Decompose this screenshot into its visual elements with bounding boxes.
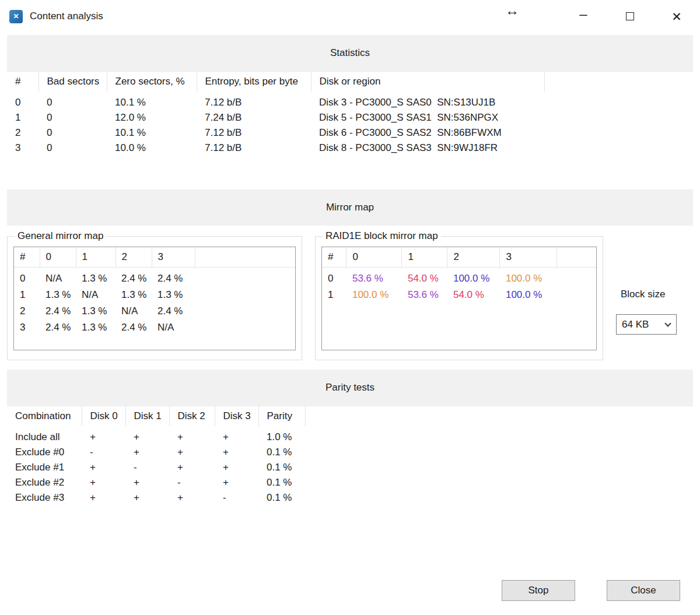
table-cell: 0.1 % <box>258 490 305 505</box>
table-cell: 2 <box>7 125 38 140</box>
table-cell: 0 <box>38 110 107 125</box>
chevron-down-icon <box>664 320 671 326</box>
table-cell: 1.3 % <box>76 303 116 319</box>
mirror-map-section-title: Mirror map <box>326 202 374 213</box>
window-title: Content analysis <box>30 10 103 22</box>
table-cell: + <box>125 490 169 505</box>
table-row: 2010.1 %7.12 b/BDisk 6 - PC3000_S SAS2 S… <box>7 125 693 140</box>
table-cell: 1.3 % <box>40 287 76 303</box>
column-header: 2 <box>116 247 152 268</box>
table-cell: Include all <box>7 426 82 445</box>
column-header: 1 <box>76 247 116 268</box>
column-header: # <box>322 247 346 268</box>
table-cell: + <box>215 426 258 445</box>
table-cell: 1 <box>322 287 346 303</box>
table-cell: 1 <box>7 110 38 125</box>
column-header: Combination <box>7 406 82 427</box>
mirror-map-section-header: Mirror map <box>7 189 693 226</box>
table-cell: 1.3 % <box>116 287 152 303</box>
table-cell: Exclude #0 <box>7 445 82 460</box>
table-header-row: CombinationDisk 0Disk 1Disk 2Disk 3Parit… <box>7 406 693 427</box>
column-header: # <box>14 247 40 268</box>
table-cell-filler <box>305 490 693 505</box>
general-mirror-map-group: General mirror map #01230N/A1.3 %2.4 %2.… <box>7 230 302 360</box>
close-dialog-button[interactable]: Close <box>607 580 680 601</box>
block-size-select[interactable]: 64 KB <box>616 314 677 335</box>
table-cell: 2.4 % <box>116 319 152 336</box>
table-cell: 0.1 % <box>258 445 305 460</box>
table-cell: - <box>215 490 258 505</box>
table-cell: Exclude #2 <box>7 475 82 490</box>
column-header: Bad sectors <box>38 72 107 92</box>
table-cell: 1.3 % <box>76 319 116 336</box>
table-cell: N/A <box>116 303 152 319</box>
table-cell: 7.12 b/B <box>197 140 311 156</box>
table-cell: + <box>82 426 125 445</box>
table-row: Exclude #2++-+0.1 % <box>7 475 693 490</box>
horizontal-resize-icon: ↔ <box>505 2 519 19</box>
window-controls: – ✕ <box>560 0 700 33</box>
maximize-icon <box>626 12 634 20</box>
parity-tests-section-title: Parity tests <box>326 382 374 393</box>
column-header-filler <box>305 406 693 427</box>
table-cell-filler <box>195 287 295 303</box>
table-cell-filler <box>544 140 693 156</box>
table-cell: 10.0 % <box>107 140 197 156</box>
general-mirror-map-box: #01230N/A1.3 %2.4 %2.4 %11.3 %N/A1.3 %1.… <box>13 247 296 350</box>
table-row: Exclude #0-+++0.1 % <box>7 445 693 460</box>
table-cell: + <box>125 426 169 445</box>
table-cell-filler <box>544 110 693 125</box>
mirror-map-section: General mirror map #01230N/A1.3 %2.4 %2.… <box>7 230 693 360</box>
table-cell: + <box>82 490 125 505</box>
column-header: 3 <box>500 247 557 268</box>
column-header: 1 <box>402 247 447 268</box>
parity-tests-section-header: Parity tests <box>7 370 693 406</box>
table-cell: Disk 3 - PC3000_S SAS0 SN:S13UJ1B <box>311 92 544 110</box>
table-cell-filler <box>305 475 693 490</box>
table-cell: + <box>169 490 215 505</box>
table-cell: 0.1 % <box>258 460 305 475</box>
table-cell: 2.4 % <box>40 319 76 336</box>
parity-tests-table: CombinationDisk 0Disk 1Disk 2Disk 3Parit… <box>7 406 693 505</box>
table-cell: 54.0 % <box>447 287 500 303</box>
table-header-row: #0123 <box>322 247 596 268</box>
general-mirror-map-title: General mirror map <box>15 230 106 242</box>
table-cell: + <box>125 475 169 490</box>
table-row: 0N/A1.3 %2.4 %2.4 % <box>14 268 295 287</box>
minimize-button[interactable]: – <box>560 0 607 33</box>
footer: Stop Close <box>502 580 680 601</box>
table-cell: 2.4 % <box>40 303 76 319</box>
table-header-row: #Bad sectorsZero sectors, %Entropy, bits… <box>7 72 693 92</box>
content-analysis-window: ✕ Content analysis ↔ – ✕ Statistics #Bad… <box>0 0 700 615</box>
table-row: Exclude #1+-++0.1 % <box>7 460 693 475</box>
table-cell: 54.0 % <box>402 268 447 287</box>
maximize-button[interactable] <box>607 0 653 33</box>
table-cell: 100.0 % <box>500 268 557 287</box>
minimize-icon: – <box>579 7 587 21</box>
table-row: 1100.0 %53.6 %54.0 %100.0 % <box>322 287 596 303</box>
column-header-filler <box>557 247 596 268</box>
table-cell-filler <box>557 287 596 303</box>
table-cell: + <box>169 460 215 475</box>
app-icon: ✕ <box>9 10 23 23</box>
table-cell: 0 <box>7 92 38 110</box>
table-cell: - <box>169 475 215 490</box>
block-size-label: Block size <box>621 289 693 300</box>
table-cell: 3 <box>14 319 40 336</box>
table-cell: 7.24 b/B <box>197 110 311 125</box>
table-cell: + <box>82 460 125 475</box>
table-cell: 10.1 % <box>107 125 197 140</box>
table-cell: N/A <box>40 268 76 287</box>
table-cell: 0.1 % <box>258 475 305 490</box>
table-cell: Disk 6 - PC3000_S SAS2 SN:86BFWXM <box>311 125 544 140</box>
column-header-filler <box>195 247 295 268</box>
table-row: 053.6 %54.0 %100.0 %100.0 % <box>322 268 596 287</box>
close-button[interactable]: ✕ <box>653 0 700 33</box>
column-header-filler <box>544 72 693 92</box>
table-cell: + <box>169 445 215 460</box>
statistics-section-title: Statistics <box>330 47 370 59</box>
table-cell: 10.1 % <box>107 92 197 110</box>
table-cell: - <box>125 460 169 475</box>
stop-button[interactable]: Stop <box>502 580 575 601</box>
column-header: Disk or region <box>311 72 544 92</box>
